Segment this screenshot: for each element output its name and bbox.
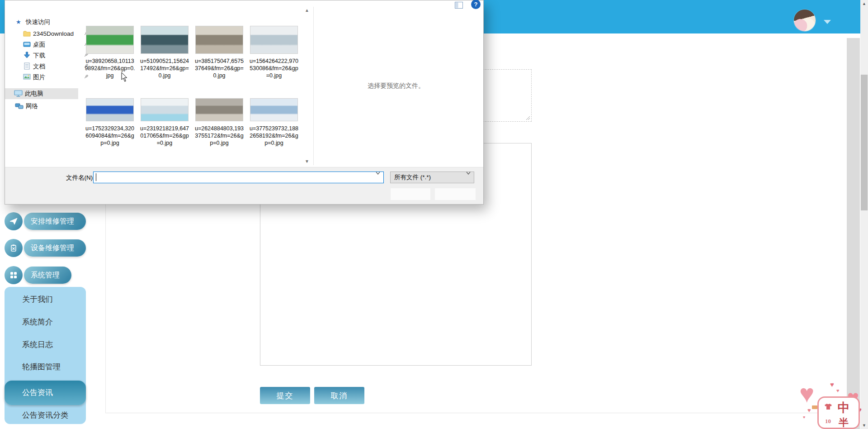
heart-icon: ♥ — [830, 381, 834, 388]
file-name: u=2319218219,647017065&fm=26&gp=0.jpg — [139, 125, 190, 147]
file-name: u=3775239732,1882658192&fm=26&gp=0.jpg — [249, 125, 299, 147]
nav-quick-access[interactable]: ★ 快速访问 — [16, 17, 84, 28]
folder-icon — [23, 30, 31, 37]
scroll-up-icon[interactable]: ▲ — [860, 0, 868, 7]
dialog-bottom-bar: 文件名(N): 所有文件 (*.*) — [5, 167, 483, 204]
file-name: u=1752329234,3206094084&fm=26&gp=0.jpg — [85, 125, 135, 147]
preview-hint: 选择要预览的文件。 — [313, 82, 479, 90]
sidebar-item-arrange-repair[interactable]: 安排维修管理 — [5, 212, 86, 230]
ime-corner-text: 10 — [825, 418, 831, 425]
system-submenu: 关于我们 系统简介 系统日志 轮播图管理 公告资讯 公告资讯分类 — [5, 287, 86, 424]
file-thumbnail — [141, 98, 189, 121]
cancel-button[interactable]: 取消 — [314, 387, 364, 404]
submenu-item-logs[interactable]: 系统日志 — [22, 339, 53, 350]
filetype-value: 所有文件 (*.*) — [394, 174, 431, 181]
scroll-down-icon[interactable]: ▼ — [303, 159, 311, 165]
filetype-select[interactable]: 所有文件 (*.*) — [390, 172, 474, 183]
file-thumbnail — [86, 98, 134, 121]
file-name: u=2624884803,1933755172&fm=26&gp=0.jpg — [194, 125, 245, 147]
file-item[interactable]: u=3775239732,1882658192&fm=26&gp=0.jpg — [249, 98, 299, 147]
submenu-item-news-category[interactable]: 公告资讯分类 — [22, 410, 68, 420]
sidebar-item-label: 安排维修管理 — [24, 213, 86, 230]
this-pc-icon — [14, 90, 23, 97]
text-caret — [96, 173, 96, 181]
nav-item-2345download[interactable]: 2345Download — [20, 29, 88, 39]
file-item[interactable]: u=2624884803,1933755172&fm=26&gp=0.jpg — [194, 98, 245, 147]
file-thumbnail — [141, 26, 189, 54]
chevron-down-icon[interactable] — [466, 172, 471, 175]
filename-input[interactable] — [93, 172, 384, 183]
file-name: u=385175047,657537649&fm=26&gp=0.jpg — [194, 57, 245, 79]
scrollbar-thumb[interactable] — [861, 75, 868, 210]
chevron-down-icon[interactable] — [376, 172, 380, 175]
grid-icon — [5, 266, 23, 284]
file-thumbnail — [195, 98, 243, 121]
submenu-item-news-active[interactable]: 公告资讯 — [5, 381, 86, 405]
mouse-cursor — [121, 72, 128, 82]
nav-item-desktop[interactable]: 桌面 — [20, 39, 88, 50]
screen: 提交 取消 安排维修管理 设备维修管理 系统管理 关于我们 系统简介 系统日志 … — [0, 0, 868, 429]
network-icon — [15, 103, 24, 110]
clipboard-icon — [5, 239, 23, 257]
filename-label: 文件名(N): — [58, 174, 94, 182]
scroll-up-icon[interactable]: ▲ — [303, 8, 311, 14]
file-item[interactable]: u=1752329234,3206094084&fm=26&gp=0.jpg — [85, 98, 135, 147]
document-icon — [24, 62, 30, 70]
file-name: u=51090521,1562417492&fm=26&gp=0.jpg — [139, 57, 190, 79]
file-item[interactable]: u=1564264222,970530086&fm=26&gp=0.jpg — [249, 26, 299, 79]
file-thumbnail — [195, 26, 243, 54]
desktop-icon — [23, 41, 31, 48]
file-item[interactable]: u=2319218219,647017065&fm=26&gp=0.jpg — [139, 98, 190, 147]
paper-plane-icon — [5, 212, 23, 230]
file-thumbnail — [250, 26, 298, 54]
open-button[interactable] — [390, 188, 431, 200]
star-icon: ★ — [16, 17, 21, 28]
ime-char-top: 中 — [838, 400, 850, 416]
file-item[interactable]: u=51090521,1562417492&fm=26&gp=0.jpg — [139, 26, 190, 79]
file-thumbnail — [250, 98, 298, 121]
sidebar-item-label: 系统管理 — [24, 267, 71, 284]
tshirt-icon — [824, 403, 832, 410]
submenu-item-carousel[interactable]: 轮播图管理 — [22, 362, 61, 372]
nav-item-documents[interactable]: 文档 — [20, 61, 88, 72]
sidebar-item-system-management[interactable]: 系统管理 — [5, 266, 71, 284]
file-thumbnail — [86, 26, 134, 54]
file-open-dialog: ? ★ 快速访问 2345Download 桌面 下载 文档 — [5, 0, 484, 205]
help-icon[interactable]: ? — [471, 0, 481, 9]
submenu-item-about[interactable]: 关于我们 — [22, 294, 53, 305]
nav-item-this-pc[interactable]: 此电脑 — [5, 88, 78, 99]
file-name: u=1564264222,970530086&fm=26&gp=0.jpg — [249, 57, 299, 79]
nav-item-pictures[interactable]: 图片 — [20, 72, 88, 83]
heart-icon: ♥ — [807, 407, 811, 413]
inner-scrollbar-track[interactable] — [847, 38, 860, 429]
submenu-item-intro[interactable]: 系统简介 — [22, 317, 53, 327]
submit-button[interactable]: 提交 — [260, 387, 310, 404]
file-item[interactable]: u=38920658,101139892&fm=26&gp=0.jpg — [85, 26, 135, 79]
sidebar-item-device-repair[interactable]: 设备维修管理 — [5, 239, 86, 257]
ime-char-bottom: 半 — [839, 416, 849, 429]
chevron-down-icon[interactable] — [824, 20, 831, 24]
heart-icon: ♥ — [799, 381, 814, 406]
nav-item-downloads[interactable]: 下载 — [20, 50, 88, 61]
pictures-icon — [23, 74, 31, 80]
file-item[interactable]: u=385175047,657537649&fm=26&gp=0.jpg — [194, 26, 245, 79]
heart-icon: ♥ — [803, 415, 805, 419]
resize-grip-icon[interactable] — [526, 116, 530, 120]
user-avatar[interactable] — [794, 10, 816, 31]
scroll-down-icon[interactable]: ▼ — [860, 422, 868, 429]
nav-item-network[interactable]: 网络 — [15, 101, 83, 112]
ime-badge: 中 10 半 — [817, 396, 860, 429]
preview-pane-toggle-icon[interactable] — [455, 2, 463, 9]
sidebar-item-label: 设备维修管理 — [24, 239, 86, 257]
browser-scrollbar[interactable]: ▲ ▼ — [860, 0, 868, 429]
cancel-dialog-button[interactable] — [434, 188, 476, 200]
heart-icon: ♥ — [836, 388, 840, 393]
balloon-basket — [812, 405, 817, 409]
download-icon — [24, 52, 30, 59]
